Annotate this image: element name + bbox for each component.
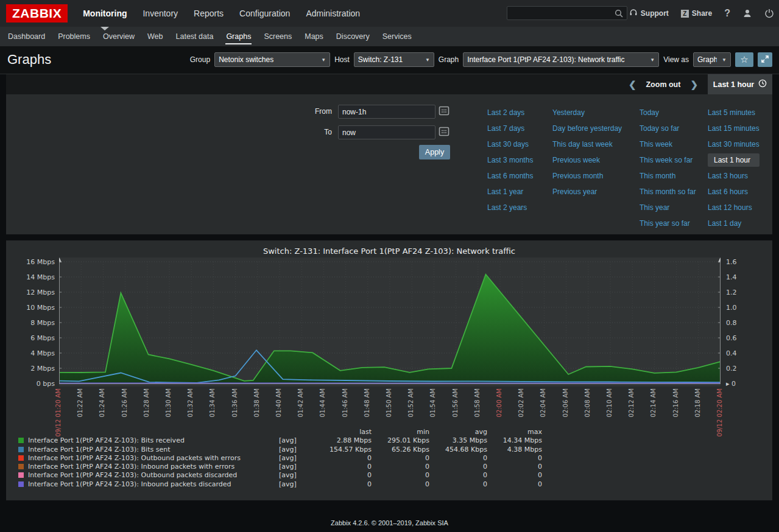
- quick-range-previous-month[interactable]: Previous month: [552, 168, 622, 184]
- top-menu-item-monitoring[interactable]: Monitoring: [75, 0, 135, 27]
- user-profile-icon[interactable]: [742, 9, 752, 18]
- legend-color-swatch: [18, 481, 24, 487]
- share-link[interactable]: Z Share: [681, 9, 712, 18]
- quick-range-previous-week[interactable]: Previous week: [552, 152, 622, 168]
- quick-range-last-30-days[interactable]: Last 30 days: [487, 136, 533, 152]
- legend-last-value: 154.57 Kbps: [305, 446, 372, 454]
- x-tick-label: 02:04 AM: [540, 388, 546, 417]
- quick-range-this-year-so-far[interactable]: This year so far: [640, 215, 696, 231]
- x-tick-label: 01:42 AM: [297, 388, 304, 417]
- legend-color-swatch: [18, 464, 24, 469]
- subnav-item-services[interactable]: Services: [376, 27, 418, 46]
- graph-plot-area[interactable]: [59, 257, 721, 387]
- quick-range-last-30-minutes[interactable]: Last 30 minutes: [708, 136, 760, 152]
- quick-range-last-1-hour[interactable]: Last 1 hour: [708, 153, 760, 167]
- legend-calc: [avg]: [279, 446, 305, 454]
- quick-range-last-3-hours[interactable]: Last 3 hours: [708, 168, 760, 184]
- subnav-item-dashboard[interactable]: Dashboard: [2, 27, 51, 46]
- group-select[interactable]: Netonix switches ▼: [214, 52, 330, 67]
- search-input[interactable]: [507, 9, 615, 18]
- legend-last-value: 2.88 Mbps: [305, 436, 372, 445]
- footer-vendor-link[interactable]: Zabbix SIA: [415, 519, 448, 527]
- y-left-tick: 6 Mbps: [12, 334, 55, 342]
- quick-range-today[interactable]: Today: [640, 105, 696, 121]
- host-select[interactable]: Switch: Z-131 ▼: [354, 52, 434, 67]
- quick-range-last-2-days[interactable]: Last 2 days: [487, 105, 533, 121]
- search-icon[interactable]: [615, 9, 623, 18]
- x-tick-label: 01:24 AM: [99, 388, 105, 417]
- subnav-item-web[interactable]: Web: [141, 27, 169, 46]
- quick-range-last-1-day[interactable]: Last 1 day: [708, 215, 760, 231]
- x-tick-label: 01:58 AM: [474, 388, 481, 417]
- x-tick-label: 02:08 AM: [584, 388, 591, 417]
- support-label: Support: [641, 9, 669, 18]
- graph-select[interactable]: Interface Port 1(PtP AF24 Z-103): Networ…: [463, 52, 659, 67]
- x-tick-label: 02:16 AM: [672, 388, 679, 417]
- subnav-item-graphs[interactable]: Graphs: [220, 27, 257, 46]
- from-input[interactable]: [338, 105, 435, 119]
- time-forward-chevron-icon[interactable]: ❯: [680, 79, 708, 90]
- quick-range-last-6-months[interactable]: Last 6 months: [487, 168, 533, 184]
- time-range-tab[interactable]: Last 1 hour: [708, 74, 772, 94]
- quick-range-day-before-yesterday[interactable]: Day before yesterday: [552, 121, 622, 136]
- top-menu-item-configuration[interactable]: Configuration: [231, 0, 298, 27]
- legend-max-value: 0: [487, 480, 542, 489]
- y-right-tick: 1.6: [726, 258, 750, 266]
- help-icon[interactable]: ?: [724, 8, 730, 19]
- zabbix-logo[interactable]: ZABBIX: [6, 4, 68, 23]
- subnav-item-maps[interactable]: Maps: [298, 27, 330, 46]
- quick-range-last-6-hours[interactable]: Last 6 hours: [708, 184, 760, 200]
- subnav-item-screens[interactable]: Screens: [258, 27, 298, 46]
- subnav-item-problems[interactable]: Problems: [52, 27, 96, 46]
- legend-max-value: 4.38 Mbps: [487, 446, 542, 454]
- x-tick-label: 09/12 02:20 AM: [716, 388, 723, 436]
- from-label: From: [308, 107, 332, 116]
- quick-range-this-month-so-far[interactable]: This month so far: [640, 184, 696, 200]
- top-menu-item-administration[interactable]: Administration: [298, 0, 368, 27]
- zoom-out-button[interactable]: Zoom out: [646, 80, 680, 89]
- time-back-chevron-icon[interactable]: ❮: [619, 79, 646, 90]
- quick-range-this-month[interactable]: This month: [640, 168, 696, 184]
- quick-range-today-so-far[interactable]: Today so far: [640, 121, 696, 136]
- quick-range-last-7-days[interactable]: Last 7 days: [487, 121, 533, 136]
- to-input[interactable]: [338, 125, 435, 139]
- logout-icon[interactable]: [764, 9, 774, 18]
- quick-range-previous-year[interactable]: Previous year: [552, 184, 622, 200]
- legend-item-label: Interface Port 1(PtP AF24 Z-103): Bits r…: [28, 436, 279, 445]
- top-menu-item-inventory[interactable]: Inventory: [135, 0, 186, 27]
- graph-legend: lastminavgmaxInterface Port 1(PtP AF24 Z…: [18, 428, 542, 489]
- quick-range-last-15-minutes[interactable]: Last 15 minutes: [708, 121, 760, 136]
- x-tick-label: 01:48 AM: [364, 388, 370, 417]
- legend-last-value: 0: [305, 471, 372, 480]
- quick-range-this-week[interactable]: This week: [640, 136, 696, 152]
- star-icon: ☆: [740, 54, 748, 65]
- quick-range-this-year[interactable]: This year: [640, 200, 696, 215]
- legend-last-value: 0: [305, 463, 372, 471]
- y-right-tick: 1.4: [726, 273, 750, 281]
- support-link[interactable]: Support: [629, 9, 669, 19]
- quick-range-yesterday[interactable]: Yesterday: [552, 105, 622, 121]
- x-tick-label: 01:30 AM: [165, 388, 172, 417]
- fullscreen-button[interactable]: [758, 52, 772, 67]
- favorite-star-button[interactable]: ☆: [735, 52, 753, 67]
- quick-range-last-12-hours[interactable]: Last 12 hours: [708, 200, 760, 215]
- quick-range-last-3-months[interactable]: Last 3 months: [487, 152, 533, 168]
- legend-min-value: 65.26 Kbps: [372, 446, 429, 454]
- legend-item-label: Interface Port 1(PtP AF24 Z-103): Outbou…: [28, 454, 279, 463]
- x-tick-label: 01:22 AM: [77, 388, 83, 417]
- legend-avg-value: 0: [429, 463, 487, 471]
- quick-range-this-week-so-far[interactable]: This week so far: [640, 152, 696, 168]
- to-calendar-button[interactable]: [437, 125, 451, 139]
- apply-button[interactable]: Apply: [419, 145, 450, 159]
- view-as-select[interactable]: Graph ▼: [693, 52, 731, 67]
- legend-header-spacer: [279, 428, 305, 436]
- subnav-item-latest-data[interactable]: Latest data: [170, 27, 220, 46]
- quick-range-this-day-last-week[interactable]: This day last week: [552, 136, 622, 152]
- quick-range-last-2-years[interactable]: Last 2 years: [487, 200, 533, 215]
- quick-range-last-1-year[interactable]: Last 1 year: [487, 184, 533, 200]
- top-menu-item-reports[interactable]: Reports: [186, 0, 231, 27]
- host-select-value: Switch: Z-131: [358, 55, 420, 64]
- from-calendar-button[interactable]: [437, 105, 451, 118]
- subnav-item-discovery[interactable]: Discovery: [330, 27, 376, 46]
- quick-range-last-5-minutes[interactable]: Last 5 minutes: [708, 105, 760, 121]
